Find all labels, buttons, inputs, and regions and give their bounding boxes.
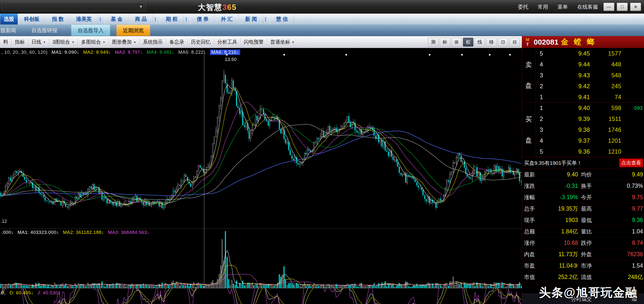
kdj-legend: 0,D: 60.405↓J: 40.530↓ [2,290,60,295]
maximize-button[interactable]: □ [617,3,628,11]
event-marker [489,54,490,56]
stat-label: 总手 [522,205,544,213]
dropdown-arrow-icon[interactable]: ▼ [292,41,294,44]
main-tab-8[interactable]: 外 汇 [215,14,239,25]
stats-row: 内盘11.73万外盘76236 [522,249,644,260]
indicator-value: , 10, 20, 30, 60, 120) [2,50,48,55]
sell-row[interactable]: 19.4174 [536,92,644,103]
sub-tab-3[interactable]: 近期浏览 [116,25,150,36]
toolbar-item-0[interactable]: 料 [0,36,12,48]
order-alert: 买盘9.35有1901手买单！ 点击查看 [522,157,644,169]
toolbar-item-11[interactable]: 普通坐标▼ [267,36,298,48]
dropdown-arrow-icon[interactable]: ▼ [103,41,105,44]
sub-tab-1[interactable]: 自选股研报 [32,25,58,36]
stock-selector-dropdown[interactable]: ▼ [2,3,146,11]
stat-label: 总额 [522,228,544,235]
toolbar-item-2[interactable]: 日线▼ [28,36,49,48]
toolbar-item-1[interactable]: 指标 [12,36,28,48]
sub-tab-0[interactable]: 股新闻 [0,25,16,36]
buy-row[interactable]: 39.381746 [536,124,644,135]
main-price-pane[interactable] [0,48,522,228]
sub-tab-2[interactable]: 自选股导入 [71,25,110,36]
tab-menu-dots-icon[interactable]: ⋮ [184,14,190,25]
close-button[interactable]: ✕ [630,3,641,11]
main-tab-1[interactable]: 科创板 [18,14,46,25]
toolbar-item-4[interactable]: 多图组合▼ [78,36,108,48]
level: 3 [536,72,547,79]
toolbar-item-5[interactable]: 图形叠加▼ [109,36,140,48]
pane-separator [0,228,522,229]
event-marker [429,54,430,56]
main-tab-7[interactable]: 债 券 [190,14,215,25]
dropdown-arrow-icon[interactable]: ▼ [43,41,46,44]
main-tab-9[interactable]: 新 闻 [239,14,263,25]
buy-row[interactable]: 59.361210 [536,146,644,157]
titlebar-menu-item-2[interactable]: 菜单 [558,4,568,11]
titlebar-menu-item-1[interactable]: 常用 [538,4,548,11]
sell-group: 卖盘59.45157749.4444839.4354829.4224519.41… [522,48,644,103]
stat-value: 1.04 [604,228,644,235]
indicator-value: MA1: 403323.000↓ [18,230,59,235]
tool-button-5[interactable]: 移 [486,38,496,47]
tool-button-0[interactable]: 测 [428,38,438,47]
order-alert-view-button[interactable]: 点击查看 [619,159,643,167]
toolbar-item-7[interactable]: 备忘录 [166,36,188,48]
main-tab-4[interactable]: 基 金 [104,14,129,25]
main-tab-2[interactable]: 指 数 [46,14,70,25]
tab-menu-dots-icon[interactable]: ⋮ [98,14,104,25]
stats-row: 涨停10.68跌停8.74 [522,237,644,249]
tool-button-1[interactable]: 标 [440,38,450,47]
stat-value: 0.73% [604,183,644,189]
price: 9.37 [547,137,590,144]
sell-row[interactable]: 59.451577 [536,48,644,59]
window-icon[interactable]: ⊡ [498,38,508,47]
sell-row[interactable]: 49.44448 [536,59,644,70]
dropdown-arrow-icon[interactable]: ▼ [134,41,136,44]
toolbar-items: 料指标日线▼3图组合▼多图组合▼图形叠加▼系统指示备忘录历史回忆分析工具闪电预警… [0,36,298,48]
level: 4 [536,61,547,68]
stock-header: M T 002081 金 螳 螂 [522,36,644,48]
kdj-pane[interactable] [0,288,522,304]
dropdown-arrow-icon[interactable]: ▼ [72,41,74,44]
buy-row[interactable]: 19.40598 [536,103,644,113]
toolbar-item-6[interactable]: 系统指示 [140,36,166,48]
stat-value: 9.49 [604,171,644,178]
toolbar-item-9[interactable]: 分析工具 [214,36,240,48]
volume: 1210 [590,148,644,155]
main-tab-6[interactable]: 期 权 [160,14,184,25]
volume-pane[interactable] [0,229,522,288]
price: 9.44 [547,61,590,68]
titlebar-menu-item-0[interactable]: 委托 [518,4,528,11]
toolbar-item-8[interactable]: 历史回忆 [188,36,214,48]
minimize-button[interactable]: — [604,3,614,11]
buy-row[interactable]: 49.371201 [536,135,644,146]
stats-row: 最新9.40均价9.49 [522,169,644,180]
volume: 1746 [590,126,644,133]
sell-row[interactable]: 39.43548 [536,70,644,81]
panel-icon[interactable]: ⊟ [510,38,520,47]
grid-layout-icon[interactable]: ⊞ [451,38,462,47]
stat-label: 均价 [579,171,604,178]
tab-menu-dots-icon[interactable]: ⋮ [263,14,270,25]
buy-row[interactable]: 29.391511 [536,113,644,124]
tab-menu-dots-icon[interactable]: ⋮ [153,14,160,25]
chevron-down-icon[interactable]: ▼ [139,5,143,9]
main-tab-0[interactable]: 选股 [0,14,18,25]
main-tab-3[interactable]: 港美英 [70,14,98,25]
level: 1 [536,105,547,111]
sell-row[interactable]: 29.42245 [536,81,644,92]
app-title-365: 365 [222,3,237,12]
kline-chart[interactable]: , 10, 20, 30, 60, 120)MA1: 9.090↓MA2: 8.… [0,48,522,304]
toolbar-item-3[interactable]: 3图组合▼ [49,36,78,48]
main-tab-5[interactable]: 商 品 [129,14,153,25]
tool-button-3[interactable]: 权 [463,38,473,47]
tool-button-4[interactable]: 线 [474,38,485,47]
level: 5 [536,50,547,57]
indicator-value: MA4: 8.481↓ [147,50,174,55]
main-tab-10[interactable]: 慧 信 [270,14,294,25]
toolbar-item-10[interactable]: 闪电预警 [241,36,267,48]
title-digit: 6 [227,3,232,12]
titlebar-menu-item-3[interactable]: 在线客服 [577,4,598,11]
stat-label: 涨幅 [522,194,544,201]
price: 9.43 [547,72,590,79]
